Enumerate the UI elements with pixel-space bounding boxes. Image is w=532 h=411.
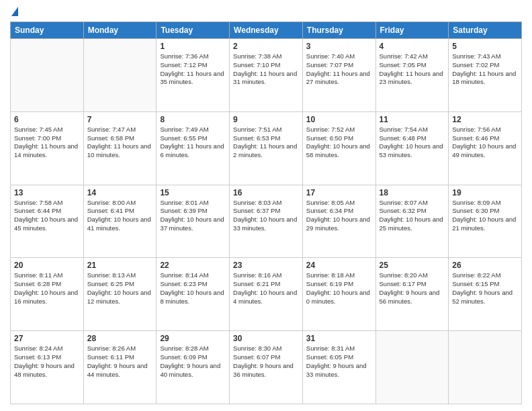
day-number: 19 [452,188,518,197]
day-detail: Sunrise: 7:49 AMSunset: 6:55 PMDaylight:… [160,126,226,160]
calendar-cell [83,39,157,112]
day-number: 2 [233,42,299,51]
day-number: 31 [306,334,372,343]
calendar-cell: 16Sunrise: 8:03 AMSunset: 6:37 PMDayligh… [230,185,303,258]
day-detail: Sunrise: 8:14 AMSunset: 6:23 PMDaylight:… [160,271,226,306]
day-header-tuesday: Tuesday [157,22,230,39]
week-row-5: 27Sunrise: 8:24 AMSunset: 6:13 PMDayligh… [11,331,522,404]
day-detail: Sunrise: 7:56 AMSunset: 6:46 PMDaylight:… [452,126,518,160]
day-detail: Sunrise: 8:13 AMSunset: 6:25 PMDaylight:… [87,271,153,306]
day-number: 6 [14,115,80,124]
calendar-cell: 30Sunrise: 8:30 AMSunset: 6:07 PMDayligh… [230,331,303,404]
day-detail: Sunrise: 7:52 AMSunset: 6:50 PMDaylight:… [306,126,372,160]
calendar-cell [11,39,84,112]
day-detail: Sunrise: 8:30 AMSunset: 6:07 PMDaylight:… [233,345,299,379]
day-number: 18 [380,188,445,197]
day-number: 22 [160,261,226,270]
week-row-3: 13Sunrise: 7:58 AMSunset: 6:44 PMDayligh… [11,185,522,258]
day-detail: Sunrise: 7:54 AMSunset: 6:48 PMDaylight:… [380,126,445,160]
day-detail: Sunrise: 7:38 AMSunset: 7:10 PMDaylight:… [233,52,299,87]
calendar-table: SundayMondayTuesdayWednesdayThursdayFrid… [10,21,522,404]
day-number: 26 [452,261,518,270]
week-row-4: 20Sunrise: 8:11 AMSunset: 6:28 PMDayligh… [11,258,522,331]
logo-triangle-icon [11,7,18,16]
day-detail: Sunrise: 8:03 AMSunset: 6:37 PMDaylight:… [233,199,299,233]
calendar-cell: 15Sunrise: 8:01 AMSunset: 6:39 PMDayligh… [157,185,230,258]
day-header-wednesday: Wednesday [230,22,303,39]
day-number: 24 [306,261,372,270]
day-detail: Sunrise: 8:09 AMSunset: 6:30 PMDaylight:… [452,199,518,233]
calendar-cell: 8Sunrise: 7:49 AMSunset: 6:55 PMDaylight… [157,111,230,185]
week-row-1: 1Sunrise: 7:36 AMSunset: 7:12 PMDaylight… [11,39,522,112]
calendar-cell: 14Sunrise: 8:00 AMSunset: 6:41 PMDayligh… [83,185,157,258]
day-number: 14 [87,188,153,197]
day-number: 23 [233,261,299,270]
calendar-cell [375,331,449,404]
calendar-cell: 19Sunrise: 8:09 AMSunset: 6:30 PMDayligh… [449,185,522,258]
header [10,7,522,17]
day-number: 10 [306,115,372,124]
day-header-saturday: Saturday [449,22,522,39]
day-detail: Sunrise: 8:24 AMSunset: 6:13 PMDaylight:… [14,345,80,379]
calendar-cell: 31Sunrise: 8:31 AMSunset: 6:05 PMDayligh… [302,331,375,404]
calendar-cell: 5Sunrise: 7:43 AMSunset: 7:02 PMDaylight… [449,39,522,112]
day-detail: Sunrise: 7:45 AMSunset: 7:00 PMDaylight:… [14,126,80,160]
day-number: 3 [306,42,372,51]
day-number: 7 [87,115,153,124]
day-detail: Sunrise: 8:07 AMSunset: 6:32 PMDaylight:… [380,199,445,233]
calendar-cell: 27Sunrise: 8:24 AMSunset: 6:13 PMDayligh… [11,331,84,404]
calendar-cell: 20Sunrise: 8:11 AMSunset: 6:28 PMDayligh… [11,258,84,331]
day-header-sunday: Sunday [11,22,84,39]
day-number: 5 [452,42,518,51]
day-number: 25 [380,261,445,270]
day-detail: Sunrise: 8:00 AMSunset: 6:41 PMDaylight:… [87,199,153,233]
calendar-cell: 18Sunrise: 8:07 AMSunset: 6:32 PMDayligh… [375,185,449,258]
calendar-cell: 11Sunrise: 7:54 AMSunset: 6:48 PMDayligh… [375,111,449,185]
day-number: 1 [160,42,226,51]
calendar-cell: 24Sunrise: 8:18 AMSunset: 6:19 PMDayligh… [302,258,375,331]
day-detail: Sunrise: 8:16 AMSunset: 6:21 PMDaylight:… [233,271,299,306]
day-number: 30 [233,334,299,343]
day-number: 17 [306,188,372,197]
day-number: 9 [233,115,299,124]
calendar-cell: 13Sunrise: 7:58 AMSunset: 6:44 PMDayligh… [11,185,84,258]
day-detail: Sunrise: 7:58 AMSunset: 6:44 PMDaylight:… [14,199,80,233]
calendar-cell: 28Sunrise: 8:26 AMSunset: 6:11 PMDayligh… [83,331,157,404]
calendar-cell: 1Sunrise: 7:36 AMSunset: 7:12 PMDaylight… [157,39,230,112]
day-number: 28 [87,334,153,343]
calendar-cell: 6Sunrise: 7:45 AMSunset: 7:00 PMDaylight… [11,111,84,185]
day-detail: Sunrise: 7:42 AMSunset: 7:05 PMDaylight:… [380,52,445,87]
calendar-cell: 3Sunrise: 7:40 AMSunset: 7:07 PMDaylight… [302,39,375,112]
calendar-cell: 22Sunrise: 8:14 AMSunset: 6:23 PMDayligh… [157,258,230,331]
calendar-cell: 29Sunrise: 8:28 AMSunset: 6:09 PMDayligh… [157,331,230,404]
day-detail: Sunrise: 8:20 AMSunset: 6:17 PMDaylight:… [380,271,445,306]
page: SundayMondayTuesdayWednesdayThursdayFrid… [0,0,532,411]
calendar-cell: 25Sunrise: 8:20 AMSunset: 6:17 PMDayligh… [375,258,449,331]
calendar-cell: 21Sunrise: 8:13 AMSunset: 6:25 PMDayligh… [83,258,157,331]
day-number: 13 [14,188,80,197]
day-detail: Sunrise: 7:47 AMSunset: 6:58 PMDaylight:… [87,126,153,160]
day-detail: Sunrise: 8:11 AMSunset: 6:28 PMDaylight:… [14,271,80,306]
day-detail: Sunrise: 7:43 AMSunset: 7:02 PMDaylight:… [452,52,518,87]
day-detail: Sunrise: 7:36 AMSunset: 7:12 PMDaylight:… [160,52,226,87]
day-number: 15 [160,188,226,197]
day-detail: Sunrise: 7:40 AMSunset: 7:07 PMDaylight:… [306,52,372,87]
calendar-cell: 23Sunrise: 8:16 AMSunset: 6:21 PMDayligh… [230,258,303,331]
day-number: 12 [452,115,518,124]
calendar-cell: 17Sunrise: 8:05 AMSunset: 6:34 PMDayligh… [302,185,375,258]
day-header-thursday: Thursday [302,22,375,39]
day-number: 11 [380,115,445,124]
week-row-2: 6Sunrise: 7:45 AMSunset: 7:00 PMDaylight… [11,111,522,185]
calendar-cell: 4Sunrise: 7:42 AMSunset: 7:05 PMDaylight… [375,39,449,112]
day-number: 4 [380,42,445,51]
day-number: 21 [87,261,153,270]
day-detail: Sunrise: 8:22 AMSunset: 6:15 PMDaylight:… [452,271,518,306]
day-detail: Sunrise: 8:31 AMSunset: 6:05 PMDaylight:… [306,345,372,379]
day-number: 20 [14,261,80,270]
day-header-monday: Monday [83,22,157,39]
day-detail: Sunrise: 8:01 AMSunset: 6:39 PMDaylight:… [160,199,226,233]
day-number: 29 [160,334,226,343]
day-header-friday: Friday [375,22,449,39]
calendar-cell: 12Sunrise: 7:56 AMSunset: 6:46 PMDayligh… [449,111,522,185]
day-detail: Sunrise: 8:05 AMSunset: 6:34 PMDaylight:… [306,199,372,233]
